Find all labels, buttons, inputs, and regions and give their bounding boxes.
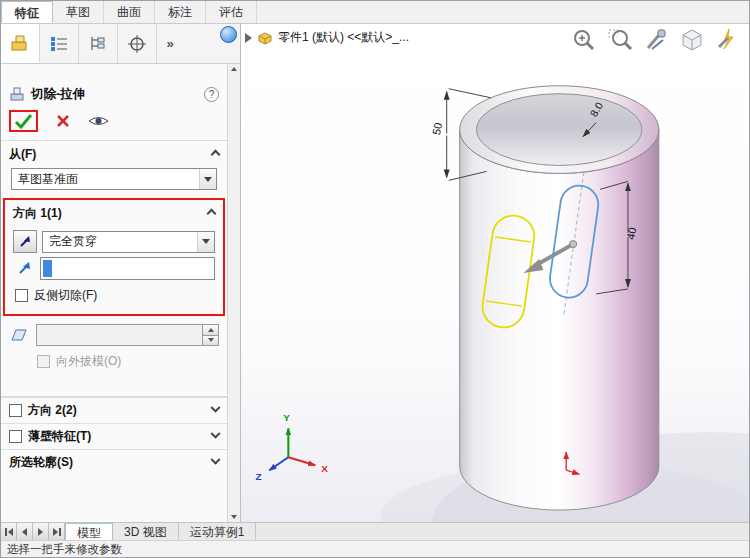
draft-outward-label: 向外拔模(O)	[56, 353, 121, 370]
edit-appearance-icon[interactable]	[643, 27, 669, 53]
direction1-section-header[interactable]: 方向 1(1)	[5, 200, 223, 226]
solidworks-window: 特征 草图 曲面 标注 评估	[0, 0, 750, 558]
spinner-down-icon[interactable]	[203, 335, 218, 346]
direction2-section-label: 方向 2(2)	[28, 402, 77, 419]
document-tab-bar: 模型 3D 视图 运动算例1	[1, 522, 749, 540]
display-settings-icon[interactable]	[715, 27, 741, 53]
tab-scroll-first-icon[interactable]	[1, 523, 17, 540]
direction1-section-label: 方向 1(1)	[13, 205, 62, 222]
ok-button[interactable]	[14, 113, 33, 129]
svg-text:40: 40	[624, 226, 638, 240]
tab-scroll-left-icon[interactable]	[17, 523, 33, 540]
flip-side-label[interactable]: 反侧切除(F)	[34, 287, 97, 304]
direction2-section-header[interactable]: 方向 2(2)	[1, 397, 227, 423]
tab-model[interactable]: 模型	[65, 523, 113, 540]
ribbon-tab-annotate[interactable]: 标注	[155, 1, 206, 23]
preview-eye-button[interactable]	[88, 114, 109, 128]
collapse-chevron-icon[interactable]	[207, 208, 217, 218]
panel-scrollbar[interactable]	[227, 64, 240, 522]
direction-reference-icon	[13, 261, 35, 276]
dropdown-caret-icon[interactable]	[199, 169, 216, 189]
ok-highlight-box	[9, 110, 38, 132]
spinner-up-icon[interactable]	[203, 325, 218, 335]
from-section-label: 从(F)	[9, 146, 36, 163]
scroll-down-icon[interactable]	[231, 515, 237, 519]
collapse-chevron-icon[interactable]	[211, 149, 221, 159]
from-plane-dropdown[interactable]: 草图基准面	[11, 168, 217, 190]
zoom-area-icon[interactable]	[607, 27, 633, 53]
property-manager-panel: » 切除-拉伸 ?	[1, 24, 241, 522]
more-panel-tabs-icon[interactable]: »	[157, 24, 183, 63]
thin-feature-checkbox[interactable]	[9, 430, 22, 443]
part-icon	[257, 31, 273, 45]
triad-x-label: X	[321, 463, 328, 474]
ribbon-tab-surfaces[interactable]: 曲面	[104, 1, 155, 23]
ribbon-tab-features[interactable]: 特征	[1, 1, 53, 23]
status-message: 选择一把手来修改参数	[7, 542, 122, 557]
tab-scroll-last-icon[interactable]	[49, 523, 65, 540]
graphics-area[interactable]: 50 8.0 40	[241, 24, 749, 522]
target-crosshair-icon	[126, 34, 148, 54]
property-manager-content: 切除-拉伸 ?	[1, 64, 227, 522]
view-orientation-icon[interactable]	[679, 27, 705, 53]
triad-z-label: Z	[255, 471, 261, 482]
dropdown-caret-icon[interactable]	[197, 232, 214, 252]
configuration-tree-icon	[87, 34, 109, 54]
panel-pin-icon[interactable]	[220, 26, 237, 43]
draft-angle-value	[37, 325, 202, 345]
cancel-button[interactable]	[56, 114, 70, 128]
direction2-checkbox[interactable]	[9, 404, 22, 417]
cut-extrude-icon	[9, 86, 25, 102]
status-bar: 选择一把手来修改参数	[1, 540, 749, 557]
selection-cursor-block	[43, 260, 52, 277]
ribbon-tab-bar: 特征 草图 曲面 标注 评估	[1, 1, 749, 24]
from-section-header[interactable]: 从(F)	[1, 141, 227, 167]
ribbon-tab-sketch[interactable]: 草图	[53, 1, 104, 23]
cylinder-model[interactable]	[460, 86, 659, 510]
direction1-highlight-box: 方向 1(1) 完全贯穿	[3, 198, 225, 316]
flip-side-checkbox[interactable]	[15, 289, 28, 302]
end-condition-value: 完全贯穿	[49, 233, 97, 250]
svg-text:50: 50	[430, 122, 444, 136]
triad-y-label: Y	[283, 412, 290, 423]
tab-feature-manager[interactable]	[1, 24, 40, 63]
tab-configuration-manager[interactable]	[79, 24, 118, 63]
heads-up-toolbar	[571, 27, 741, 53]
from-plane-value: 草图基准面	[18, 171, 78, 188]
reverse-direction-button[interactable]	[13, 230, 37, 253]
flyout-arrow-icon[interactable]	[245, 33, 252, 43]
tab-motion-study[interactable]: 运动算例1	[179, 523, 257, 540]
thin-feature-section-label: 薄壁特征(T)	[28, 428, 91, 445]
draft-outward-checkbox[interactable]	[37, 355, 50, 368]
direction-reference-input[interactable]	[40, 257, 215, 280]
ribbon-tab-evaluate[interactable]: 评估	[206, 1, 257, 23]
reference-triad: Y X Z	[255, 412, 328, 482]
tab-scroll-right-icon[interactable]	[33, 523, 49, 540]
feature-manager-icon	[9, 33, 31, 53]
zoom-fit-icon[interactable]	[571, 27, 597, 53]
expand-chevron-icon[interactable]	[211, 455, 221, 465]
draft-angle-spinner[interactable]	[36, 324, 219, 346]
scroll-up-icon[interactable]	[231, 67, 237, 71]
property-manager-icon	[48, 34, 70, 54]
breadcrumb[interactable]: 零件1 (默认) <<默认>_...	[245, 29, 409, 46]
panel-tab-strip: »	[1, 24, 240, 64]
help-icon[interactable]: ?	[204, 87, 219, 102]
expand-chevron-icon[interactable]	[211, 429, 221, 439]
document-title: 零件1 (默认) <<默认>_...	[278, 29, 409, 46]
tab-dimxpert-manager[interactable]	[118, 24, 157, 63]
model-scene: 50 8.0 40	[241, 24, 749, 522]
expand-chevron-icon[interactable]	[211, 403, 221, 413]
tab-3d-views[interactable]: 3D 视图	[113, 523, 179, 540]
draft-angle-icon	[9, 327, 31, 343]
selected-contours-section-label: 所选轮廓(S)	[9, 454, 73, 471]
tab-property-manager[interactable]	[40, 24, 79, 63]
selected-contours-section-header[interactable]: 所选轮廓(S)	[1, 449, 227, 475]
end-condition-dropdown[interactable]: 完全贯穿	[42, 231, 215, 253]
feature-title: 切除-拉伸	[31, 86, 85, 103]
reverse-direction-arrow-icon	[18, 235, 32, 249]
thin-feature-section-header[interactable]: 薄壁特征(T)	[1, 423, 227, 449]
